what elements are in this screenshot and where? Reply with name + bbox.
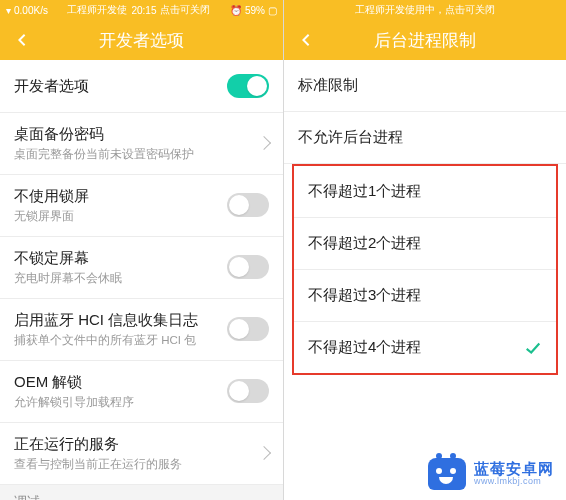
chevron-right-icon — [257, 446, 271, 460]
option-max-3[interactable]: 不得超过3个进程 — [294, 270, 556, 322]
chevron-left-icon — [15, 33, 29, 47]
row-label: 不锁定屏幕 — [14, 249, 219, 268]
toggle-no-lockscreen[interactable] — [227, 193, 269, 217]
toggle-stay-awake[interactable] — [227, 255, 269, 279]
watermark-title: 蓝莓安卓网 — [474, 461, 554, 478]
option-max-4[interactable]: 不得超过4个进程 — [294, 322, 556, 373]
option-no-bg-process[interactable]: 不允许后台进程 — [284, 112, 566, 164]
option-standard-limit[interactable]: 标准限制 — [284, 60, 566, 112]
row-label: 开发者选项 — [14, 77, 219, 96]
status-center: 工程师开发使 20:15 点击可关闭 — [67, 3, 210, 17]
toggle-developer-options[interactable] — [227, 74, 269, 98]
back-button[interactable] — [292, 26, 320, 54]
row-no-lockscreen[interactable]: 不使用锁屏 无锁屏界面 — [0, 175, 283, 237]
limit-options-list: 标准限制 不允许后台进程 不得超过1个进程 不得超过2个进程 不得超过3个进程 … — [284, 60, 566, 375]
status-text-1: 工程师开发使 — [67, 3, 127, 17]
option-max-2[interactable]: 不得超过2个进程 — [294, 218, 556, 270]
status-bar: ▾ 0.00K/s 工程师开发使 20:15 点击可关闭 ⏰ 59% ▢ — [0, 0, 283, 20]
net-speed: 0.00K/s — [14, 5, 48, 16]
row-label: 桌面备份密码 — [14, 125, 251, 144]
row-label: 不使用锁屏 — [14, 187, 219, 206]
option-label: 不得超过1个进程 — [308, 182, 421, 201]
chevron-left-icon — [299, 33, 313, 47]
option-label: 不得超过4个进程 — [308, 338, 421, 357]
row-stay-awake[interactable]: 不锁定屏幕 充电时屏幕不会休眠 — [0, 237, 283, 299]
battery-icon: ▢ — [268, 5, 277, 16]
status-left: ▾ 0.00K/s — [6, 5, 48, 16]
row-backup-password[interactable]: 桌面备份密码 桌面完整备份当前未设置密码保护 — [0, 113, 283, 175]
phone-left: ▾ 0.00K/s 工程师开发使 20:15 点击可关闭 ⏰ 59% ▢ 开发者… — [0, 0, 283, 500]
dual-screenshot-container: ▾ 0.00K/s 工程师开发使 20:15 点击可关闭 ⏰ 59% ▢ 开发者… — [0, 0, 566, 500]
signal-icon: ▾ — [6, 5, 11, 16]
row-running-services[interactable]: 正在运行的服务 查看与控制当前正在运行的服务 — [0, 423, 283, 485]
option-max-1[interactable]: 不得超过1个进程 — [294, 166, 556, 218]
page-title: 开发者选项 — [0, 29, 283, 52]
section-header-debug: 调试 — [0, 485, 283, 500]
highlighted-options-frame: 不得超过1个进程 不得超过2个进程 不得超过3个进程 不得超过4个进程 — [292, 164, 558, 375]
row-oem-unlock[interactable]: OEM 解锁 允许解锁引导加载程序 — [0, 361, 283, 423]
alarm-icon: ⏰ — [230, 5, 242, 16]
title-bar: 开发者选项 — [0, 20, 283, 60]
row-sub: 捕获单个文件中的所有蓝牙 HCI 包 — [14, 333, 219, 348]
title-bar: 后台进程限制 — [284, 20, 566, 60]
status-center: 工程师开发使用中，点击可关闭 — [355, 3, 495, 17]
back-button[interactable] — [8, 26, 36, 54]
status-clock: 20:15 — [131, 5, 156, 16]
row-sub: 桌面完整备份当前未设置密码保护 — [14, 147, 251, 162]
battery-percent: 59% — [245, 5, 265, 16]
status-right: ⏰ 59% ▢ — [230, 5, 277, 16]
option-label: 不得超过3个进程 — [308, 286, 421, 305]
row-developer-options[interactable]: 开发者选项 — [0, 60, 283, 113]
row-label: 正在运行的服务 — [14, 435, 251, 454]
row-sub: 查看与控制当前正在运行的服务 — [14, 457, 251, 472]
option-label: 不得超过2个进程 — [308, 234, 421, 253]
status-text-2: 点击可关闭 — [160, 3, 210, 17]
android-mascot-icon — [428, 458, 466, 490]
phone-right: 工程师开发使用中，点击可关闭 后台进程限制 标准限制 不允许后台进程 不得超过1… — [283, 0, 566, 500]
row-sub: 无锁屏界面 — [14, 209, 219, 224]
watermark-url: www.lmkbj.com — [474, 477, 554, 487]
toggle-oem-unlock[interactable] — [227, 379, 269, 403]
chevron-right-icon — [257, 136, 271, 150]
row-sub: 允许解锁引导加载程序 — [14, 395, 219, 410]
page-title: 后台进程限制 — [284, 29, 566, 52]
row-bt-hci-log[interactable]: 启用蓝牙 HCI 信息收集日志 捕获单个文件中的所有蓝牙 HCI 包 — [0, 299, 283, 361]
watermark: 蓝莓安卓网 www.lmkbj.com — [428, 458, 554, 490]
check-icon — [524, 339, 542, 357]
status-bar: 工程师开发使用中，点击可关闭 — [284, 0, 566, 20]
toggle-bt-hci-log[interactable] — [227, 317, 269, 341]
settings-list: 开发者选项 桌面备份密码 桌面完整备份当前未设置密码保护 不使用锁屏 无锁屏界面 — [0, 60, 283, 500]
row-sub: 充电时屏幕不会休眠 — [14, 271, 219, 286]
row-label: OEM 解锁 — [14, 373, 219, 392]
row-label: 启用蓝牙 HCI 信息收集日志 — [14, 311, 219, 330]
